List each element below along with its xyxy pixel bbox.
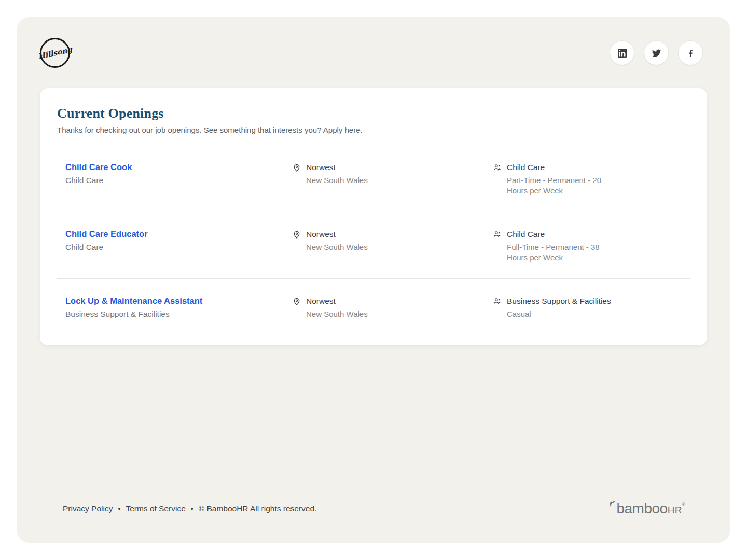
job-title-link[interactable]: Child Care Educator (65, 229, 148, 239)
job-row: Lock Up & Maintenance Assistant Business… (57, 279, 690, 335)
bullet-separator: • (118, 505, 120, 513)
job-department: Business Support & Facilities (65, 310, 292, 319)
job-location-region: New South Wales (306, 309, 368, 319)
facebook-icon (686, 49, 695, 58)
job-location: Norwest New South Wales (306, 229, 368, 253)
job-location-city: Norwest (306, 162, 368, 173)
job-employment-type: Part-Time - Permanent - 20 Hours per Wee… (507, 175, 611, 196)
footer: Privacy Policy • Terms of Service • © Ba… (63, 501, 685, 516)
job-department: Child Care (65, 176, 292, 185)
hillsong-logo: Hillsong (40, 38, 70, 68)
page-subtitle: Thanks for checking out our job openings… (57, 125, 690, 134)
job-group-cell: Child Care Full-Time - Permanent - 38 Ho… (493, 229, 690, 263)
linkedin-button[interactable] (610, 40, 634, 65)
twitter-button[interactable] (644, 40, 669, 65)
job-title-link[interactable]: Child Care Cook (65, 162, 132, 172)
openings-header: Current Openings Thanks for checking out… (57, 88, 690, 145)
location-pin-icon (292, 230, 301, 239)
job-location-cell: Norwest New South Wales (292, 162, 493, 196)
people-icon (493, 230, 502, 239)
job-employment-type: Full-Time - Permanent - 38 Hours per Wee… (507, 242, 611, 263)
job-group-name: Child Care (507, 229, 611, 240)
location-pin-icon (292, 297, 301, 306)
location-pin-icon (292, 163, 301, 172)
people-icon (493, 163, 502, 172)
job-group-name: Business Support & Facilities (507, 296, 611, 306)
hillsong-logo-text: Hillsong (37, 45, 73, 60)
job-location-cell: Norwest New South Wales (292, 296, 493, 319)
registered-mark: ® (682, 502, 685, 507)
bamboohr-logo: bambooHR® (608, 501, 685, 516)
job-group: Child Care Part-Time - Permanent - 20 Ho… (507, 162, 611, 196)
job-employment-type: Casual (507, 309, 611, 319)
job-title-cell: Child Care Cook Child Care (65, 162, 292, 196)
top-bar: Hillsong (40, 38, 703, 68)
job-location-city: Norwest (306, 229, 368, 240)
job-group: Child Care Full-Time - Permanent - 38 Ho… (507, 229, 611, 263)
job-group-cell: Child Care Part-Time - Permanent - 20 Ho… (493, 162, 690, 196)
page-title: Current Openings (57, 106, 690, 121)
job-location-region: New South Wales (306, 242, 368, 253)
bamboo-leaf-icon (608, 500, 616, 508)
job-location: Norwest New South Wales (306, 296, 368, 319)
linkedin-icon (618, 49, 627, 58)
job-row: Child Care Cook Child Care Norwest New S… (57, 145, 690, 212)
job-title-link[interactable]: Lock Up & Maintenance Assistant (65, 296, 202, 306)
job-title-cell: Child Care Educator Child Care (65, 229, 292, 263)
terms-of-service-link[interactable]: Terms of Service (126, 504, 185, 513)
facebook-button[interactable] (678, 40, 703, 65)
job-location-city: Norwest (306, 296, 368, 306)
job-group-name: Child Care (507, 162, 611, 173)
footer-links: Privacy Policy • Terms of Service • © Ba… (63, 504, 316, 513)
job-location: Norwest New South Wales (306, 162, 368, 186)
bamboo-wordmark: bamboo (616, 501, 667, 516)
privacy-policy-link[interactable]: Privacy Policy (63, 504, 113, 513)
people-icon (493, 297, 502, 306)
job-group: Business Support & Facilities Casual (507, 296, 611, 319)
openings-card: Current Openings Thanks for checking out… (40, 88, 707, 345)
page-background: Hillsong Current Openings Tha (17, 17, 730, 543)
twitter-icon (652, 49, 661, 58)
job-department: Child Care (65, 243, 292, 252)
bamboo-hr-suffix: HR (668, 505, 682, 515)
job-title-cell: Lock Up & Maintenance Assistant Business… (65, 296, 292, 319)
job-location-region: New South Wales (306, 175, 368, 186)
social-buttons (610, 40, 703, 65)
job-location-cell: Norwest New South Wales (292, 229, 493, 263)
copyright-text: © BambooHR All rights reserved. (199, 504, 317, 513)
bullet-separator: • (191, 505, 193, 513)
job-row: Child Care Educator Child Care Norwest N… (57, 212, 690, 279)
job-group-cell: Business Support & Facilities Casual (493, 296, 690, 319)
